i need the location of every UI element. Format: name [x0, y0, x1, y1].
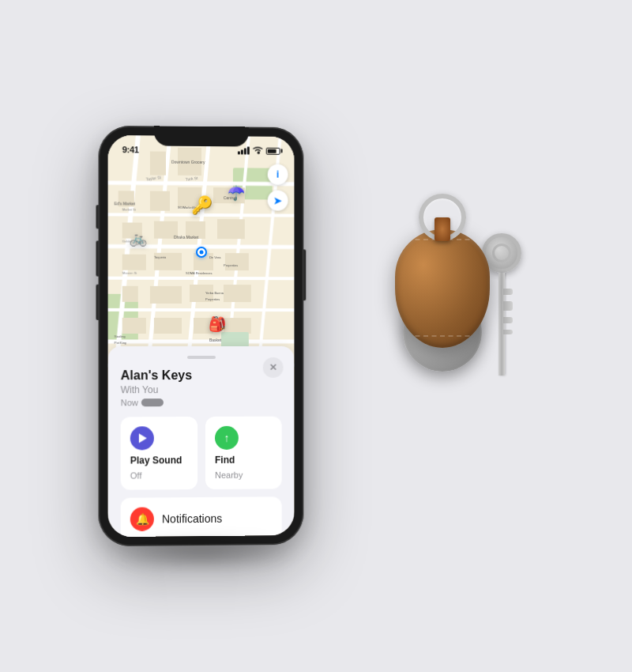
- close-panel-button[interactable]: ✕: [263, 357, 284, 378]
- phone-device: 9:41: [98, 126, 303, 546]
- panel-status-row: Now: [121, 398, 282, 408]
- svg-text:Pot King: Pot King: [115, 341, 126, 345]
- svg-rect-31: [150, 286, 182, 304]
- play-sound-sublabel: Off: [130, 470, 188, 480]
- svg-rect-33: [224, 285, 251, 302]
- item-panel: ✕ Alan's Keys With You Now Play Sound Of…: [108, 346, 295, 537]
- svg-text:Ed's Market: Ed's Market: [115, 201, 136, 206]
- key-shaft: [498, 273, 505, 376]
- status-pill: [141, 398, 164, 406]
- airtag-keychain: [352, 186, 533, 486]
- play-sound-label: Play Sound: [130, 455, 188, 466]
- wifi-icon: [253, 147, 263, 155]
- notifications-icon: 🔔: [130, 507, 154, 530]
- map-info-button[interactable]: i: [268, 164, 288, 185]
- svg-line-8: [108, 183, 295, 184]
- svg-text:Properties: Properties: [205, 297, 220, 301]
- mute-button: [96, 205, 98, 228]
- panel-status-label: Now: [121, 398, 138, 407]
- status-time: 9:41: [122, 145, 139, 154]
- keys-pin: 🔑: [191, 195, 213, 216]
- svg-text:Taqueria: Taqueria: [154, 255, 167, 259]
- svg-rect-26: [122, 255, 146, 270]
- status-icons: [238, 146, 280, 154]
- svg-rect-37: [224, 318, 251, 334]
- panel-item-title: Alan's Keys: [121, 368, 282, 383]
- find-button[interactable]: ↑ Find Nearby: [205, 417, 282, 489]
- play-sound-button[interactable]: Play Sound Off: [121, 417, 198, 490]
- bike-pin: 🚲: [130, 230, 147, 247]
- svg-text:Properties: Properties: [224, 263, 238, 267]
- signal-icon: [238, 146, 250, 154]
- svg-text:Market St: Market St: [122, 207, 137, 211]
- phone-screen: 9:41: [108, 135, 295, 537]
- svg-line-11: [108, 278, 295, 279]
- notifications-button[interactable]: 🔔 Notifications: [121, 496, 282, 537]
- power-button: [303, 249, 306, 300]
- battery-icon: [266, 147, 280, 154]
- find-label: Find: [215, 455, 273, 466]
- current-location-dot: [196, 247, 207, 258]
- phone-shadow: [107, 537, 296, 570]
- find-icon: ↑: [215, 426, 239, 450]
- svg-rect-34: [122, 318, 146, 334]
- map-navigation-button[interactable]: ➤: [268, 191, 288, 211]
- volume-up-button: [96, 240, 98, 276]
- panel-handle: [187, 356, 216, 359]
- find-sublabel: Nearby: [215, 470, 273, 479]
- key-teeth: [503, 289, 513, 341]
- svg-text:SOMA Residences: SOMA Residences: [186, 271, 212, 275]
- svg-text:Mission St: Mission St: [122, 271, 137, 275]
- umbrella-pin: ☂️: [228, 184, 245, 202]
- bag-pin: 🎒: [209, 315, 226, 333]
- leather-holder: [395, 229, 490, 348]
- notifications-label: Notifications: [162, 512, 222, 526]
- svg-rect-35: [154, 318, 182, 334]
- svg-text:Sizzling: Sizzling: [115, 334, 126, 338]
- svg-rect-18: [150, 191, 170, 211]
- svg-rect-25: [217, 219, 245, 239]
- play-triangle-icon: [139, 433, 147, 443]
- leather-loop: [434, 217, 450, 241]
- svg-rect-30: [122, 286, 138, 302]
- svg-text:De Vera: De Vera: [209, 255, 221, 259]
- panel-action-buttons: Play Sound Off ↑ Find Nearby: [121, 417, 282, 490]
- svg-text:Downtown Grocery: Downtown Grocery: [171, 160, 205, 164]
- svg-text:Yerba Buena: Yerba Buena: [205, 291, 224, 295]
- play-sound-icon: [130, 426, 154, 450]
- main-scene: 9:41: [99, 126, 533, 546]
- status-bar: 9:41: [108, 135, 295, 159]
- volume-down-button: [96, 285, 98, 320]
- panel-item-subtitle: With You: [121, 384, 282, 395]
- svg-text:Dhaka Market: Dhaka Market: [174, 235, 199, 240]
- svg-rect-29: [225, 253, 249, 270]
